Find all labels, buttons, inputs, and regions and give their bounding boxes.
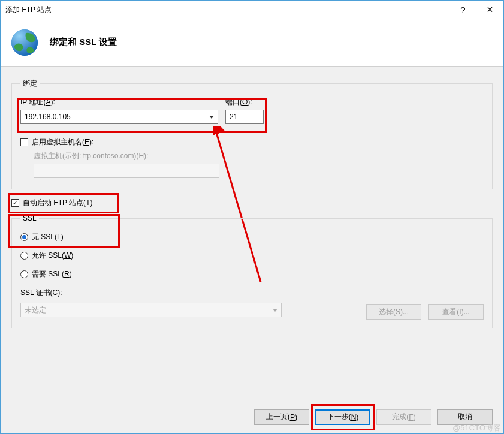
port-input[interactable]: 21	[225, 110, 264, 124]
ssl-view-button: 查看(I)...	[428, 304, 484, 320]
help-button[interactable]: ?	[449, 1, 476, 19]
next-button[interactable]: 下一步(N)	[315, 409, 370, 425]
finish-button: 完成(F)	[376, 409, 431, 425]
ssl-select-button: 选择(S)...	[366, 304, 421, 320]
ssl-allow-radio[interactable]	[20, 252, 28, 260]
ssl-require-label: 需要 SSL(R)	[32, 269, 72, 279]
ssl-cert-combo: 未选定	[20, 303, 282, 317]
ssl-allow-label: 允许 SSL(W)	[32, 251, 73, 261]
ssl-group: SSL 无 SSL(L) 允许 SSL(W) 需要 SSL(R)	[11, 214, 493, 328]
enable-vhost-label: 启用虚拟主机名(E):	[32, 137, 93, 147]
ip-address-combo[interactable]: 192.168.0.105	[20, 110, 218, 124]
ssl-cert-value: 未选定	[25, 305, 46, 315]
svg-point-1	[11, 29, 38, 56]
ssl-none-label: 无 SSL(L)	[32, 232, 64, 242]
wizard-header: 绑定和 SSL 设置	[1, 19, 503, 67]
chevron-down-icon	[209, 116, 214, 119]
dialog-window: 添加 FTP 站点 ? × 绑定和 SSL 设置 绑定	[0, 0, 504, 434]
wizard-body: 绑定 IP 地址(A): 192.168.0.105 端口(O):	[1, 67, 503, 400]
page-title: 绑定和 SSL 设置	[50, 37, 117, 48]
wizard-footer: 上一页(P) 下一步(N) 完成(F) 取消	[1, 400, 503, 433]
ssl-none-radio[interactable]	[20, 233, 28, 241]
close-button[interactable]: ×	[476, 1, 503, 19]
ip-address-label: IP 地址(A):	[20, 97, 218, 107]
chevron-down-icon	[273, 309, 277, 312]
globe-icon	[10, 28, 39, 57]
ip-address-value: 192.168.0.105	[25, 113, 71, 121]
binding-legend: 绑定	[20, 79, 40, 89]
port-value: 21	[230, 113, 237, 121]
autostart-checkbox[interactable]: ✓	[11, 199, 19, 207]
enable-vhost-checkbox[interactable]	[20, 138, 28, 146]
vhost-input	[34, 164, 219, 178]
binding-group: 绑定 IP 地址(A): 192.168.0.105 端口(O):	[11, 79, 493, 189]
watermark: @51CTO博客	[452, 423, 501, 433]
ssl-require-radio[interactable]	[20, 270, 28, 278]
previous-button[interactable]: 上一页(P)	[254, 409, 309, 425]
ssl-legend: SSL	[20, 214, 39, 222]
titlebar: 添加 FTP 站点 ? ×	[1, 1, 503, 19]
autostart-label: 自动启动 FTP 站点(T)	[23, 198, 92, 208]
port-label: 端口(O):	[225, 97, 264, 107]
ssl-cert-label: SSL 证书(C):	[20, 288, 484, 298]
window-title: 添加 FTP 站点	[5, 5, 449, 15]
vhost-label: 虚拟主机(示例: ftp.contoso.com)(H):	[34, 151, 484, 161]
